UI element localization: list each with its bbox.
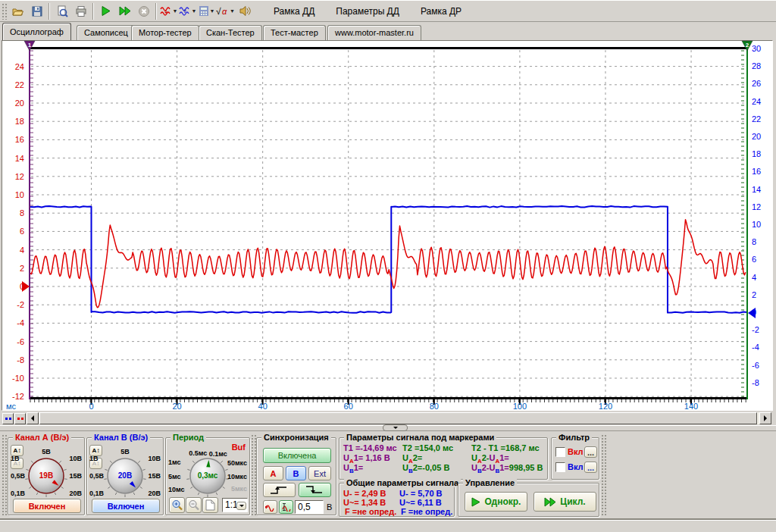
marker-b-button[interactable] [2,413,14,424]
run-cycle-button[interactable] [115,2,134,20]
filter-a-checkbox[interactable] [555,447,565,457]
left-axis-tick-label: 0 [5,282,24,291]
menu-ramka-dd[interactable]: Рамка ДД [264,4,324,19]
zoom-in-button[interactable] [169,497,185,513]
channel-b-power-button[interactable]: Включен [92,499,160,513]
left-axis-tick-label: 20 [5,99,24,108]
single-run-label: Однокр. [485,496,521,507]
knob-value: 19В [30,471,63,480]
toolbar-grip[interactable] [2,3,7,20]
calculator-icon [199,5,209,17]
x-axis-tick-label: 140 [680,402,702,411]
knob-scale-label: 0.1мс [209,450,227,458]
tab-test-master[interactable]: Тест-мастер [263,25,326,40]
play-icon [100,5,111,17]
sync-source-b-button[interactable]: В [286,466,306,480]
left-axis-tick-label: 8 [5,208,24,217]
zoom-out-button[interactable] [186,497,202,513]
period-knob[interactable]: 0.5мс0.1мс1мс50мкс5мс10мкс10мс5мкс0,3мс [166,449,249,502]
collapse-panel-button[interactable] [383,424,408,431]
sync-rising-edge-button[interactable] [263,483,296,497]
sync-title: Синхронизация [261,433,331,442]
sync-level-input[interactable] [295,500,324,514]
left-axis-tick-label: 2 [5,264,24,273]
left-axis-tick-label: -12 [5,392,24,401]
speaker-icon [239,5,251,17]
sync-source-a-button[interactable]: А [263,466,283,480]
knob-scale-label: 0,5В [11,472,25,480]
preview-button[interactable] [52,2,71,20]
single-run-button[interactable]: Однокр. [465,492,527,512]
dropdown-arrow-icon: ▼ [192,8,197,14]
oscilloscope-plot-area[interactable] [2,40,773,411]
tab-website[interactable]: www.motor-master.ru [327,25,421,40]
marker-params-title: Параметры сигнала под маркерами [344,433,496,442]
right-axis-tick-label: 18 [752,149,761,158]
right-arrow-icon [764,415,770,421]
save-button[interactable] [27,2,46,20]
channel-b-panel: Канал B (В/э) A↕ A↕ 5В10В15В20В1В0,5В0,1… [86,437,164,515]
menu-parametry-dd[interactable]: Параметры ДД [327,4,408,19]
application-window: ▼ ▼ ▼ √α▼ Рамка ДД Параметры ДД Рамка ДР… [0,0,776,532]
right-axis-tick-label: 26 [752,79,761,88]
filter-a-more-button[interactable]: ... [584,446,597,458]
print-button[interactable] [71,2,90,20]
right-axis-tick-label: 24 [752,97,761,106]
filter-b-checkbox[interactable] [555,462,565,472]
right-axis-tick-label: -8 [752,378,759,387]
right-axis-tick-label: 8 [752,237,756,246]
calculator-button[interactable]: ▼ [197,2,216,20]
right-axis-tick-label: -4 [752,343,759,352]
scroll-left-button[interactable] [27,412,39,424]
blank-page-icon [205,499,215,511]
horizontal-scroll-row [0,412,776,425]
marker-a-button[interactable] [14,413,26,424]
channel-a-power-button[interactable]: Включен [13,499,81,513]
right-axis-tick-label: 16 [752,167,761,176]
filter-b-more-button[interactable]: ... [584,462,597,473]
formula-button[interactable]: √α▼ [216,2,235,20]
cycle-run-button[interactable]: Цикл. [534,492,596,512]
marker-params-panel: Параметры сигнала под маркерами T1 =-14,… [339,437,548,480]
channel-b-ac-value: U~= 6,11 В [399,498,442,507]
left-axis-tick-label: 14 [5,154,24,163]
menu-ramka-dr[interactable]: Рамка ДР [411,4,471,19]
zoom-ratio-dropdown-button[interactable] [236,502,246,510]
channel-b-signal-button[interactable]: ▼ [178,2,197,20]
measurement-value: UВ2=-0,05 В [402,463,449,476]
sound-button[interactable] [235,2,254,20]
general-params-panel: Общие параметры сигнала U- = 2,49 В U~= … [339,483,455,517]
sync-falling-edge-button[interactable] [299,483,331,497]
x-axis-tick-label: 80 [423,402,446,411]
sync-source-ext-button[interactable]: Ext [308,466,331,480]
left-axis-tick-label: 16 [5,135,24,144]
scrollbar-thumb[interactable] [39,412,757,424]
tab-samopisec[interactable]: Самописец [77,25,136,40]
sync-mode-level-button[interactable] [279,500,293,514]
tab-oscillograph[interactable]: Осциллограф [2,23,71,40]
knob-scale-label: 5мкс [231,485,247,493]
panel-grip[interactable] [251,434,256,516]
x-axis-tick-label: 20 [166,402,189,411]
sync-mode-wave-button[interactable] [263,500,277,514]
stop-icon [138,5,150,17]
channel-b-range-knob[interactable]: 5В10В15В20В1В0,5В0,1В20В [87,449,163,502]
scroll-right-button[interactable] [759,412,771,424]
period-title: Период [171,433,206,442]
dropdown-arrow-icon: ▼ [173,8,178,14]
red-waves-icon [160,6,172,17]
sync-enabled-button[interactable]: Включена [263,448,331,463]
channel-a-signal-button[interactable]: ▼ [159,2,178,20]
open-file-button[interactable] [8,2,27,20]
channel-a-range-knob[interactable]: 5В10В15В20В1В0,5В0,1В19В [8,449,84,502]
left-axis-tick-label: -6 [5,337,24,346]
channel-b-title: Канал B (В/э) [92,433,150,442]
run-once-button[interactable] [96,2,115,20]
stop-button[interactable] [134,2,153,20]
tab-scan-tester[interactable]: Скан-Тестер [199,25,262,40]
new-page-button[interactable] [202,497,218,513]
panel-grip[interactable] [601,434,606,516]
tab-motor-tester[interactable]: Мотор-тестер [131,25,199,40]
horizontal-scrollbar[interactable] [27,412,771,424]
panel-grip[interactable] [2,434,7,516]
